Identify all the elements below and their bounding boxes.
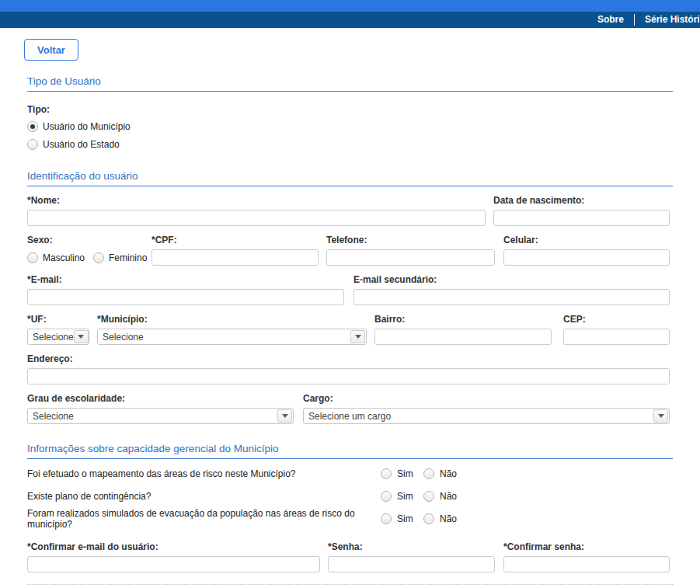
radio-unchecked-icon[interactable]	[381, 513, 392, 524]
municipio-select[interactable]: Selecione	[97, 329, 367, 345]
email-input[interactable]	[27, 289, 344, 305]
senha-input[interactable]	[328, 556, 495, 572]
email-label: *E-mail:	[27, 274, 344, 285]
endereco-label: Endereço:	[27, 353, 670, 364]
sim-label: Sim	[397, 491, 413, 502]
top-navbar: Sobre Série Histórica	[0, 12, 700, 28]
cep-input[interactable]	[563, 329, 670, 345]
escolaridade-select[interactable]: Selecione	[27, 408, 294, 424]
radio-feminino[interactable]: Feminino	[93, 252, 147, 263]
cargo-label: Cargo:	[303, 393, 670, 404]
cargo-select-value: Selecione um cargo	[308, 411, 391, 422]
escolaridade-select-value: Selecione	[33, 411, 74, 422]
radio-q2-sim[interactable]: Sim	[381, 491, 423, 502]
section-title-capacidade: Informações sobre capacidade gerencial d…	[27, 443, 673, 459]
sim-label: Sim	[397, 513, 413, 524]
section-title-tipo-de-usuario: Tipo de Usuário	[27, 75, 673, 92]
senha-label: *Senha:	[328, 541, 495, 552]
radio-unchecked-icon[interactable]	[423, 491, 434, 502]
voltar-button[interactable]: Voltar	[24, 39, 78, 61]
radio-unchecked-icon[interactable]	[423, 513, 434, 524]
dropdown-arrow-icon[interactable]	[74, 330, 89, 343]
email-secundario-input[interactable]	[353, 289, 670, 305]
radio-unchecked-icon[interactable]	[27, 139, 38, 150]
radio-q1-sim[interactable]: Sim	[381, 468, 423, 479]
confirmar-email-label: *Confirmar e-mail do usuário:	[27, 541, 320, 552]
sim-label: Sim	[397, 468, 413, 479]
nav-link-serie-historica[interactable]: Série Histórica	[635, 12, 700, 28]
question-mapeamento: Foi efetuado o mapeamento das áreas de r…	[27, 468, 381, 479]
question-contingencia: Existe plano de contingência?	[27, 491, 381, 502]
celular-input[interactable]	[503, 249, 670, 266]
sexo-label: Sexo:	[27, 235, 151, 245]
section-title-identificacao: Identificação do usuário	[27, 170, 673, 186]
radio-q3-sim[interactable]: Sim	[381, 513, 423, 524]
radio-checked-icon[interactable]	[27, 121, 38, 132]
radio-usuario-municipio[interactable]: Usuário do Município	[27, 121, 673, 132]
nome-label: *Nome:	[27, 195, 486, 206]
radio-q1-nao[interactable]: Não	[423, 468, 466, 479]
radio-unchecked-icon[interactable]	[27, 252, 38, 263]
question-row: Foi efetuado o mapeamento das áreas de r…	[27, 465, 673, 482]
uf-select[interactable]: Selecione	[27, 329, 89, 345]
radio-usuario-estado[interactable]: Usuário do Estado	[27, 139, 673, 150]
bairro-label: Bairro:	[374, 314, 552, 325]
radio-masculino[interactable]: Masculino	[27, 252, 85, 263]
radio-unchecked-icon[interactable]	[381, 491, 392, 502]
confirmar-senha-label: *Confirmar senha:	[503, 541, 670, 552]
cpf-label: *CPF:	[151, 235, 319, 245]
nao-label: Não	[440, 468, 457, 479]
dropdown-arrow-icon[interactable]	[653, 409, 668, 423]
dropdown-arrow-icon[interactable]	[277, 409, 292, 423]
municipio-select-value: Selecione	[103, 332, 144, 343]
data-nascimento-input[interactable]	[493, 210, 670, 226]
nome-input[interactable]	[27, 210, 486, 226]
confirmar-email-input[interactable]	[27, 556, 320, 572]
question-row: Foram realizados simulados de evacuação …	[27, 510, 673, 527]
dotted-divider	[27, 584, 673, 585]
cargo-select[interactable]: Selecione um cargo	[303, 408, 670, 424]
nao-label: Não	[440, 513, 457, 524]
radio-unchecked-icon[interactable]	[423, 468, 434, 479]
data-nascimento-label: Data de nascimento:	[493, 195, 670, 206]
radio-q2-nao[interactable]: Não	[423, 491, 466, 502]
masculino-label: Masculino	[43, 252, 85, 263]
tipo-label: Tipo:	[27, 104, 673, 115]
radio-q3-nao[interactable]: Não	[423, 513, 466, 524]
celular-label: Celular:	[503, 235, 670, 245]
cep-label: CEP:	[563, 314, 670, 325]
radio-usuario-municipio-label: Usuário do Município	[43, 121, 131, 132]
telefone-input[interactable]	[326, 249, 495, 266]
confirmar-senha-input[interactable]	[503, 556, 670, 572]
question-row: Existe plano de contingência? Sim Não	[27, 488, 673, 504]
question-simulados: Foram realizados simulados de evacuação …	[27, 508, 381, 530]
feminino-label: Feminino	[109, 252, 147, 263]
bairro-input[interactable]	[374, 329, 552, 345]
uf-select-value: Selecione	[33, 332, 74, 343]
radio-unchecked-icon[interactable]	[381, 468, 392, 479]
top-accent-bar	[0, 0, 700, 12]
dropdown-arrow-icon[interactable]	[350, 330, 365, 343]
endereco-input[interactable]	[27, 368, 670, 384]
nav-link-sobre[interactable]: Sobre	[587, 12, 634, 28]
telefone-label: Telefone:	[326, 235, 495, 245]
radio-usuario-estado-label: Usuário do Estado	[43, 139, 120, 150]
municipio-label: *Município:	[97, 314, 367, 325]
radio-unchecked-icon[interactable]	[93, 252, 104, 263]
cpf-input[interactable]	[151, 249, 319, 266]
uf-label: *UF:	[27, 314, 89, 325]
escolaridade-label: Grau de escolaridade:	[27, 393, 294, 404]
nao-label: Não	[440, 491, 457, 502]
email-secundario-label: E-mail secundário:	[353, 274, 670, 285]
